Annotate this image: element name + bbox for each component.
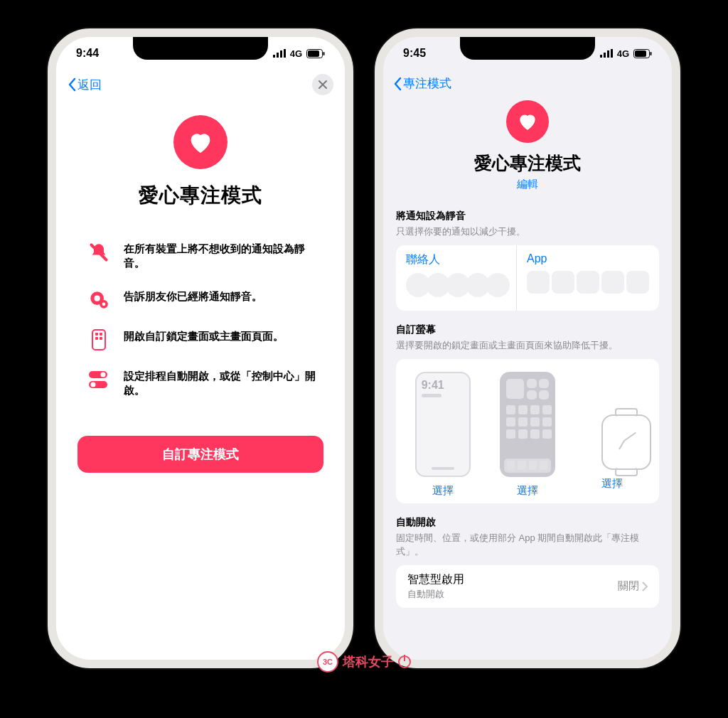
svg-rect-26	[635, 50, 646, 57]
svg-rect-20	[600, 55, 602, 58]
section-sub-screens: 選擇要開啟的鎖定畫面或主畫面頁面來協助降低干擾。	[396, 339, 659, 352]
bullet-share-status: 告訴朋友你已經將通知靜音。	[88, 289, 320, 311]
svg-point-10	[102, 302, 106, 306]
lock-date-placeholder	[422, 394, 441, 397]
status-share-icon	[88, 289, 109, 311]
select-home-button[interactable]: 選擇	[517, 484, 538, 498]
svg-rect-12	[95, 333, 98, 336]
smart-activation-sub: 自動開啟	[407, 588, 618, 601]
svg-rect-23	[611, 49, 613, 58]
page-title: 愛心專注模式	[70, 182, 331, 209]
heart-badge-icon	[506, 100, 549, 143]
select-watch-button[interactable]: 選擇	[601, 477, 623, 491]
battery-icon	[306, 49, 325, 58]
allowed-contacts-button[interactable]: 聯絡人	[396, 245, 516, 311]
allowed-apps-button[interactable]: App	[516, 245, 659, 311]
bell-slash-icon	[88, 242, 109, 263]
svg-point-17	[101, 372, 106, 377]
heart-badge-icon	[173, 115, 228, 169]
contacts-placeholder-icon	[406, 273, 506, 297]
section-sub-silence: 只選擇你要的通知以減少干擾。	[396, 225, 659, 238]
heart-icon	[186, 128, 215, 156]
svg-rect-22	[607, 50, 609, 58]
svg-rect-21	[604, 53, 606, 58]
signal-icon	[273, 49, 286, 58]
status-time: 9:45	[403, 47, 426, 60]
svg-rect-5	[323, 52, 325, 55]
chevron-left-icon	[393, 77, 402, 91]
notch	[133, 37, 268, 60]
edit-button[interactable]: 編輯	[517, 178, 538, 191]
svg-rect-2	[280, 50, 282, 58]
status-time: 9:44	[76, 47, 99, 60]
svg-rect-0	[273, 55, 275, 58]
svg-rect-25	[651, 52, 652, 55]
customize-focus-button[interactable]: 自訂專注模式	[77, 436, 323, 473]
back-button[interactable]: 返回	[68, 77, 102, 93]
smart-activation-title: 智慧型啟用	[407, 572, 618, 587]
signal-icon	[600, 49, 613, 58]
toggles-icon	[88, 369, 109, 390]
bullet-text: 設定排程自動開啟，或從「控制中心」開啟。	[124, 369, 320, 398]
phone-right-frame: 9:45 4G 專注模式 愛心專注模式 編輯 將通知設為靜音 只選擇你要的通知以…	[375, 28, 680, 668]
bullet-text: 在所有裝置上將不想收到的通知設為靜音。	[124, 242, 320, 271]
bullet-text: 開啟自訂鎖定畫面或主畫面頁面。	[124, 329, 284, 343]
phone-screen-icon	[88, 329, 109, 350]
chevron-right-icon	[642, 582, 648, 591]
bullet-schedule: 設定排程自動開啟，或從「控制中心」開啟。	[88, 369, 320, 398]
phone-left-frame: 9:44 4G 返回 愛心專注	[48, 28, 353, 668]
heart-icon	[516, 110, 539, 133]
section-heading-auto: 自動開啟	[396, 516, 659, 529]
contacts-label: 聯絡人	[406, 252, 506, 267]
svg-rect-3	[284, 49, 286, 58]
bullet-silence: 在所有裝置上將不想收到的通知設為靜音。	[88, 242, 320, 271]
apps-label: App	[527, 252, 649, 265]
section-sub-auto: 固定時間、位置，或使用部分 App 期間自動開啟此「專注模式」。	[396, 532, 659, 557]
section-heading-silence: 將通知設為靜音	[396, 210, 659, 223]
close-button[interactable]	[312, 74, 333, 95]
watermark-avatar-icon: 3C	[317, 651, 338, 673]
back-label: 專注模式	[403, 75, 451, 92]
notch	[460, 37, 595, 60]
status-carrier: 4G	[290, 48, 302, 59]
status-carrier: 4G	[617, 48, 629, 59]
cta-label: 自訂專注模式	[162, 446, 239, 463]
svg-rect-6	[308, 50, 319, 57]
bullet-custom-screen: 開啟自訂鎖定畫面或主畫面頁面。	[88, 329, 320, 350]
bullet-text: 告訴朋友你已經將通知靜音。	[124, 289, 262, 304]
smart-activation-value: 關閉	[618, 579, 639, 593]
svg-point-19	[91, 382, 96, 387]
home-screen-preview[interactable]	[500, 372, 555, 477]
page-title: 愛心專注模式	[397, 151, 658, 175]
lock-time: 9:41	[422, 379, 464, 392]
back-button[interactable]: 專注模式	[393, 75, 662, 92]
svg-rect-14	[95, 337, 98, 340]
section-heading-screens: 自訂螢幕	[396, 323, 659, 336]
watch-face-preview[interactable]	[601, 414, 651, 470]
watermark: 3C 塔科女子	[317, 651, 411, 673]
chevron-left-icon	[68, 77, 76, 92]
battery-icon	[633, 49, 652, 58]
select-lock-button[interactable]: 選擇	[432, 484, 454, 498]
lock-screen-preview[interactable]: 9:41	[415, 372, 471, 477]
svg-rect-13	[100, 333, 102, 336]
apps-placeholder-icon	[527, 271, 649, 294]
power-icon	[398, 655, 411, 668]
svg-rect-11	[92, 330, 105, 350]
close-icon	[318, 80, 327, 89]
svg-rect-15	[100, 337, 102, 340]
svg-rect-1	[277, 53, 279, 58]
svg-point-8	[95, 295, 100, 301]
smart-activation-row[interactable]: 智慧型啟用 自動開啟 關閉	[396, 565, 659, 608]
back-label: 返回	[77, 77, 102, 93]
watermark-text: 塔科女子	[343, 653, 394, 670]
